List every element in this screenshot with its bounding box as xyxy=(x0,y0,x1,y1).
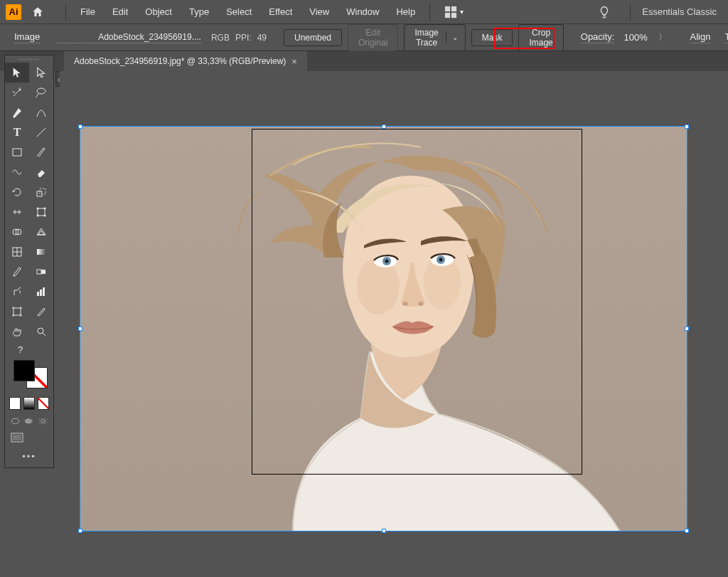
shaper-icon xyxy=(11,166,23,178)
eyedropper-tool[interactable] xyxy=(5,262,29,282)
chevron-down-icon[interactable]: ⌄ xyxy=(446,32,462,43)
menu-edit[interactable]: Edit xyxy=(104,4,136,20)
svg-point-29 xyxy=(41,420,45,423)
home-button[interactable] xyxy=(28,4,47,21)
shape-builder-tool[interactable] xyxy=(5,222,29,242)
direct-selection-icon xyxy=(36,67,47,78)
color-mode[interactable] xyxy=(9,397,21,410)
transform-link[interactable]: Transform xyxy=(724,31,728,43)
artboard-tool[interactable] xyxy=(5,302,29,322)
canvas[interactable] xyxy=(60,71,728,577)
zoom-tool[interactable] xyxy=(29,322,53,342)
pen-tool[interactable] xyxy=(5,102,29,122)
placed-image[interactable] xyxy=(80,126,687,531)
width-icon xyxy=(11,206,23,218)
image-trace-label: Image Trace xyxy=(414,28,438,48)
linked-file-name[interactable]: AdobeStock_234956919.... xyxy=(57,32,201,43)
rotate-tool[interactable] xyxy=(5,182,29,202)
selection-icon xyxy=(11,67,23,78)
rectangle-tool[interactable] xyxy=(5,142,29,162)
chevron-right-icon[interactable]: 〉 xyxy=(658,31,667,43)
unembed-button[interactable]: Unembed xyxy=(284,29,342,46)
curvature-icon xyxy=(36,107,47,118)
curvature-tool[interactable] xyxy=(29,102,53,122)
image-trace-button[interactable]: Image Trace ⌄ xyxy=(404,24,465,51)
free-transform-tool[interactable] xyxy=(29,202,53,222)
workspace-switcher[interactable]: Essentials Classic xyxy=(636,4,722,20)
graph-icon xyxy=(36,286,47,297)
fill-swatch[interactable] xyxy=(14,360,35,381)
arrange-icon xyxy=(444,6,457,18)
draw-inside-icon[interactable] xyxy=(38,415,48,427)
gradient-mode[interactable] xyxy=(23,397,35,410)
eyedropper-icon xyxy=(11,266,23,277)
menu-type[interactable]: Type xyxy=(181,4,218,20)
direct-selection-tool[interactable] xyxy=(29,63,53,83)
menu-select[interactable]: Select xyxy=(218,4,260,20)
svg-rect-1 xyxy=(451,6,456,11)
svg-rect-2 xyxy=(445,12,450,17)
screen-mode[interactable] xyxy=(5,430,53,447)
svg-rect-20 xyxy=(40,290,42,296)
perspective-icon xyxy=(36,226,47,238)
menu-object[interactable]: Object xyxy=(136,4,181,20)
menu-effect[interactable]: Effect xyxy=(260,4,301,20)
svg-line-4 xyxy=(37,128,46,137)
draw-normal-icon[interactable] xyxy=(11,415,20,427)
screen-icon xyxy=(11,433,26,444)
svg-rect-8 xyxy=(38,208,45,216)
menu-window[interactable]: Window xyxy=(338,4,387,20)
none-mode[interactable] xyxy=(38,397,49,410)
eraser-tool[interactable] xyxy=(29,162,53,182)
fill-stroke-swatches[interactable]: ? xyxy=(5,357,53,394)
lasso-tool[interactable] xyxy=(29,83,53,102)
menu-help[interactable]: Help xyxy=(387,4,424,20)
shaper-tool[interactable] xyxy=(5,162,29,182)
scale-tool[interactable] xyxy=(29,182,53,202)
slice-tool[interactable] xyxy=(29,302,53,322)
selection-type[interactable]: Image xyxy=(14,31,40,43)
document-tab-title: AdobeStock_234956919.jpg* @ 33,33% (RGB/… xyxy=(74,56,286,66)
paintbrush-tool[interactable] xyxy=(29,142,53,162)
magic-wand-tool[interactable] xyxy=(5,83,29,102)
blend-tool[interactable] xyxy=(29,262,53,282)
document-tab-bar: AdobeStock_234956919.jpg* @ 33,33% (RGB/… xyxy=(0,51,728,71)
document-tab[interactable]: AdobeStock_234956919.jpg* @ 33,33% (RGB/… xyxy=(64,51,307,71)
menu-divider xyxy=(65,4,66,21)
column-graph-tool[interactable] xyxy=(29,282,53,302)
line-segment-tool[interactable] xyxy=(29,122,53,142)
opacity-label[interactable]: Opacity: xyxy=(581,31,615,43)
mask-button[interactable]: Mask xyxy=(471,29,513,46)
gradient-icon xyxy=(36,246,47,258)
menu-file[interactable]: File xyxy=(72,4,104,20)
brush-icon xyxy=(36,147,47,158)
menu-view[interactable]: View xyxy=(301,4,338,20)
svg-rect-16 xyxy=(37,249,46,255)
svg-rect-22 xyxy=(14,308,21,315)
type-tool[interactable]: T xyxy=(5,122,29,142)
edit-toolbar-button[interactable]: ••• xyxy=(5,447,53,467)
opacity-value[interactable]: 100% xyxy=(620,30,648,45)
toolbox-grip[interactable] xyxy=(5,55,53,63)
selection-tool[interactable] xyxy=(5,63,29,83)
svg-rect-18 xyxy=(41,270,46,274)
svg-rect-5 xyxy=(13,149,21,156)
portrait-illustration xyxy=(80,126,687,531)
arrange-documents[interactable]: ▾ xyxy=(444,6,464,18)
align-link[interactable]: Align xyxy=(690,31,710,43)
svg-point-26 xyxy=(26,418,33,423)
symbol-sprayer-tool[interactable] xyxy=(5,282,29,302)
gradient-tool[interactable] xyxy=(29,242,53,262)
svg-point-9 xyxy=(37,208,39,210)
mesh-icon xyxy=(11,246,23,258)
crop-image-button[interactable]: Crop Image xyxy=(518,24,563,51)
discover-button[interactable] xyxy=(597,5,611,19)
transform-icon xyxy=(36,206,47,218)
width-tool[interactable] xyxy=(5,202,29,222)
mesh-tool[interactable] xyxy=(5,242,29,262)
svg-point-12 xyxy=(44,215,46,217)
hand-tool[interactable] xyxy=(5,322,29,342)
perspective-grid-tool[interactable] xyxy=(29,222,53,242)
draw-behind-icon[interactable] xyxy=(24,415,33,427)
close-tab-icon[interactable]: × xyxy=(291,56,297,67)
